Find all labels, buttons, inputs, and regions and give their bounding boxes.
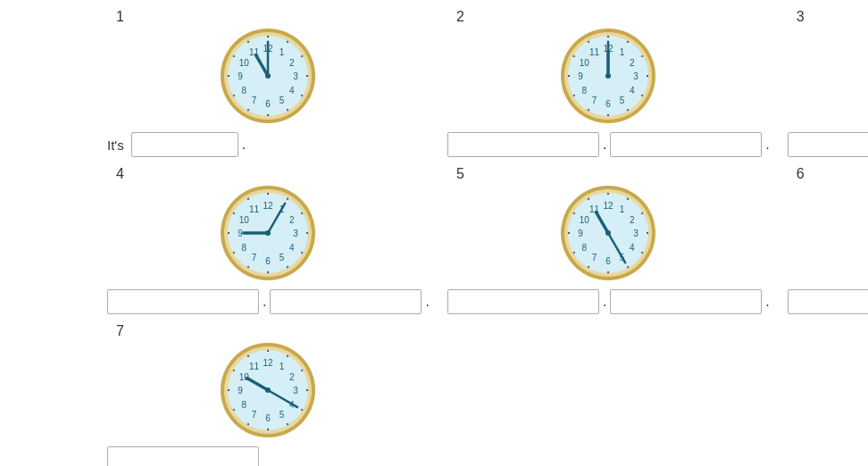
svg-line-127 <box>642 253 644 254</box>
svg-line-100 <box>248 266 249 268</box>
svg-line-188 <box>288 423 288 425</box>
answer-input2-4[interactable] <box>270 289 421 314</box>
input-row-7 <box>107 446 430 466</box>
clock-item-2: 2 121234567891011 .. <box>447 9 770 157</box>
svg-line-98 <box>288 266 288 268</box>
svg-text:9: 9 <box>579 229 584 238</box>
clock-item-1: 1 121234567891011 It's. <box>107 9 430 157</box>
svg-text:6: 6 <box>606 99 612 109</box>
svg-text:11: 11 <box>249 362 260 371</box>
svg-line-11 <box>233 96 235 96</box>
answer-input2-5[interactable] <box>610 289 762 314</box>
clock-number-7: 7 <box>107 323 124 339</box>
svg-line-131 <box>573 253 575 254</box>
svg-line-128 <box>628 266 629 268</box>
svg-text:7: 7 <box>252 96 257 105</box>
clock-wrapper-6: 121234567891011 <box>788 184 868 282</box>
answer-input2-2[interactable] <box>610 132 762 157</box>
answer-input-6[interactable] <box>788 289 868 314</box>
answer-input-7[interactable] <box>107 446 259 466</box>
clock-grid: 1 121234567891011 It's.2 121234567891011… <box>107 9 761 466</box>
svg-line-194 <box>248 355 249 357</box>
svg-text:6: 6 <box>266 256 271 266</box>
svg-line-124 <box>628 198 629 200</box>
answer-input-5[interactable] <box>447 289 599 314</box>
svg-line-103 <box>233 213 235 214</box>
svg-line-34 <box>628 41 629 43</box>
svg-text:12: 12 <box>604 201 614 211</box>
svg-text:1: 1 <box>280 362 285 371</box>
svg-text:2: 2 <box>289 58 295 68</box>
clock-number-5: 5 <box>447 166 464 182</box>
svg-text:4: 4 <box>630 243 635 253</box>
svg-text:1: 1 <box>280 47 285 57</box>
svg-text:7: 7 <box>252 253 257 262</box>
clock-number-1: 1 <box>107 9 124 25</box>
svg-line-13 <box>233 56 235 57</box>
svg-text:9: 9 <box>238 386 244 395</box>
clock-item-6: 6 121234567891011 .. <box>788 166 868 314</box>
clock-wrapper-3: 121234567891011 <box>788 27 868 125</box>
svg-text:3: 3 <box>294 71 299 81</box>
answer-input-2[interactable] <box>447 132 599 157</box>
svg-text:5: 5 <box>620 96 625 105</box>
svg-text:9: 9 <box>238 229 244 238</box>
svg-text:6: 6 <box>266 413 271 423</box>
svg-line-133 <box>573 213 575 214</box>
svg-line-14 <box>248 41 249 43</box>
input-row-3: .. <box>788 132 868 157</box>
svg-text:10: 10 <box>580 215 590 225</box>
svg-point-59 <box>605 73 611 79</box>
svg-text:12: 12 <box>263 201 274 211</box>
svg-point-119 <box>265 230 271 236</box>
svg-line-184 <box>288 355 288 357</box>
svg-text:9: 9 <box>238 71 244 81</box>
svg-text:2: 2 <box>289 215 295 225</box>
clock-number-2: 2 <box>447 9 464 25</box>
answer-input-1[interactable] <box>131 132 238 157</box>
svg-line-35 <box>642 56 644 57</box>
its-label: It's <box>107 137 124 153</box>
answer-input-3[interactable] <box>788 132 868 157</box>
dot-separator: . <box>263 294 266 310</box>
svg-text:6: 6 <box>606 256 612 266</box>
svg-text:2: 2 <box>630 215 635 225</box>
svg-line-187 <box>302 410 304 411</box>
input-row-4: .. <box>107 289 430 314</box>
svg-text:7: 7 <box>592 253 597 262</box>
svg-text:8: 8 <box>242 243 247 253</box>
input-row-5: .. <box>447 289 770 314</box>
svg-line-94 <box>288 198 288 200</box>
clock-number-4: 4 <box>107 166 124 182</box>
answer-input-4[interactable] <box>107 289 259 314</box>
svg-text:6: 6 <box>266 99 271 109</box>
svg-line-134 <box>588 198 589 200</box>
svg-text:8: 8 <box>242 400 247 410</box>
svg-line-104 <box>248 198 249 200</box>
svg-line-37 <box>642 96 644 96</box>
svg-line-97 <box>302 253 304 254</box>
svg-text:4: 4 <box>289 86 295 96</box>
clock-item-3: 3 121234567891011 .. <box>788 9 868 157</box>
svg-text:3: 3 <box>294 229 299 238</box>
dot-separator: . <box>603 137 606 153</box>
clock-wrapper-1: 121234567891011 <box>107 27 430 125</box>
svg-line-190 <box>248 423 249 425</box>
svg-text:4: 4 <box>630 86 635 96</box>
svg-text:5: 5 <box>280 253 285 262</box>
clock-wrapper-7: 121234567891011 <box>107 341 430 439</box>
svg-text:10: 10 <box>239 215 250 225</box>
svg-line-40 <box>588 109 589 111</box>
svg-line-38 <box>628 109 629 111</box>
svg-text:4: 4 <box>289 243 295 253</box>
clock-number-6: 6 <box>788 166 805 182</box>
svg-point-209 <box>265 387 271 393</box>
dot-separator: . <box>603 294 606 310</box>
dot-separator2: . <box>425 294 429 310</box>
svg-text:10: 10 <box>239 58 250 68</box>
svg-text:11: 11 <box>249 204 260 214</box>
svg-line-101 <box>233 253 235 254</box>
dot-separator2: . <box>765 137 769 153</box>
svg-line-193 <box>233 370 235 371</box>
clock-item-4: 4 121234567891011 .. <box>107 166 430 314</box>
